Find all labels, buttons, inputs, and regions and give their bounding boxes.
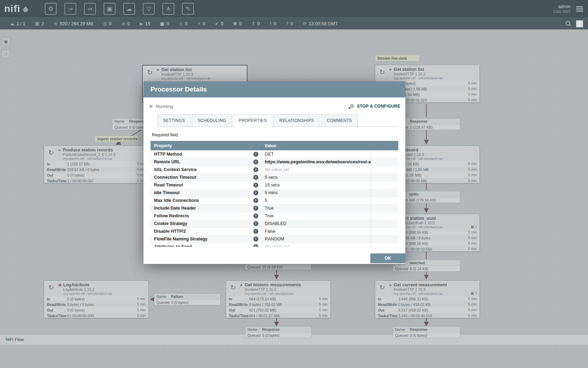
help-icon[interactable]: ? (253, 175, 258, 180)
processor-log-attribute[interactable]: ↻■LogAttributeLogAttribute 1.16.3org.apa… (44, 280, 149, 318)
tab-scheduling[interactable]: SCHEDULING (192, 114, 232, 127)
help-icon[interactable]: ? (253, 206, 258, 211)
property-row: Idle Timeout?5 mins (150, 189, 398, 197)
property-name: Include Date Header (154, 206, 196, 211)
tab-settings[interactable]: SETTINGS (158, 114, 190, 127)
help-icon[interactable]: ? (253, 152, 258, 157)
process-group-tool[interactable]: ▣ (104, 3, 115, 15)
ok-button[interactable]: OK (370, 253, 405, 263)
logout-link[interactable]: LOG OUT (553, 10, 570, 14)
label-ingest-station-records[interactable]: Ingest station records (95, 136, 138, 142)
property-value[interactable]: 5 (265, 198, 267, 203)
output-port-tool[interactable]: ⇒ (84, 3, 96, 15)
help-icon[interactable]: ? (253, 183, 258, 188)
label-tool[interactable]: ✎ (182, 3, 194, 15)
processor-name: Get current measurement (394, 282, 447, 287)
property-row: Disable HTTP/2?False (150, 227, 398, 235)
stat-value: 1 / 00:00:00.067 (67, 178, 137, 183)
status-disabled-count: 0 (203, 21, 205, 26)
processor-produce-station-records[interactable]: ↻▶Produce station recordsPublishKafkaRec… (44, 145, 149, 183)
stat-value: 3,449 / 00:00:02.659 (398, 246, 468, 252)
processor-get-current-measurement[interactable]: ↻▶Get current measurementInvokeHTTP 1.16… (375, 280, 480, 318)
stat-value: 3,440 / 00:02:40.913 (398, 313, 468, 318)
template-tool[interactable]: ⋔ (162, 3, 174, 15)
queued-icon: ≡ (54, 21, 58, 26)
connection-label-response-bottom-center[interactable]: NameResponseQueued0 (0 bytes) (245, 326, 312, 338)
property-value[interactable]: True (265, 213, 274, 218)
help-icon[interactable]: ? (253, 213, 258, 218)
input-port-icon: → (68, 5, 73, 12)
status-stale: ↑0 (251, 21, 260, 26)
property-value[interactable]: https://www.pegelonline.wsv.de/webservic… (265, 159, 371, 164)
property-name: Attributes to Send (154, 244, 192, 247)
property-value[interactable]: 5 secs (265, 175, 278, 180)
help-icon[interactable]: ? (253, 244, 258, 247)
processor-get-historic-measurements[interactable]: ↻▶Get historic measurementsInvokeHTTP 1.… (226, 280, 331, 318)
global-menu-button[interactable] (576, 6, 583, 12)
stat-row: In664 (173.24 KB)5 min (226, 296, 330, 302)
status-invalid: ⚠0 (179, 21, 188, 26)
component-toolbar: ⚙→⇒▣☁▽⋔✎ (45, 3, 194, 15)
breadcrumb-root[interactable]: NiFi Flow (6, 337, 24, 342)
stat-value: 15 / 00:00:01.020 (398, 97, 468, 103)
stat-row: In1 (228.57 KB)5 min (44, 161, 148, 167)
connection-queued: 0 (0 bytes) (262, 333, 280, 338)
stale-icon: ↑ (251, 21, 255, 26)
remote-process-group-tool[interactable]: ☁ (123, 3, 135, 15)
property-value[interactable]: True (265, 206, 274, 211)
property-value[interactable]: DISABLED (265, 221, 287, 226)
stat-value: 664 / 00:01:57.986 (249, 313, 319, 318)
property-value[interactable]: No value set (265, 167, 289, 172)
label-stream-live-data[interactable]: Stream live-data (375, 55, 420, 61)
stat-row: Read/Write228.57 KB / 0 bytes5 min (44, 167, 148, 172)
connection-label-response-bottom-right[interactable]: NameResponseQueued0 (0 bytes) (393, 326, 460, 338)
status-sync-failure-count: 0 (290, 21, 293, 26)
running-icon: ▶ (240, 283, 243, 295)
tab-properties[interactable]: PROPERTIES (233, 114, 272, 127)
help-icon[interactable]: ? (253, 221, 258, 226)
property-value[interactable]: 15 secs (265, 183, 280, 188)
property-value[interactable]: GET (265, 152, 274, 157)
processor-bundle: org.apache.nifi - nifi-standard-nar (63, 292, 112, 295)
not-transmitting-icon: ⊘ (121, 21, 125, 26)
status-modified-and-stale-count: 0 (274, 21, 276, 26)
property-value[interactable]: False (265, 229, 276, 234)
status-stale-count: 0 (257, 21, 260, 26)
help-icon[interactable]: ? (253, 167, 258, 172)
property-value[interactable]: 5 mins (265, 190, 278, 195)
property-value[interactable]: No value set (265, 244, 289, 247)
output-port-icon: ⇒ (88, 5, 92, 12)
property-value[interactable]: RANDOM (265, 237, 285, 241)
tab-relationships[interactable]: RELATIONSHIPS (274, 114, 320, 127)
funnel-icon: ▽ (146, 5, 151, 12)
connection-queued: 685 (178.56 KB) (409, 198, 436, 202)
status-sync-failure: ?0 (286, 21, 293, 26)
help-icon[interactable]: ? (253, 229, 258, 234)
stat-value: 621 (703.02 MB) (249, 307, 319, 313)
connection-label-failure[interactable]: NameFailureQueued0 (0 bytes) (154, 293, 220, 305)
stat-value: 0 bytes / 0 bytes (67, 302, 137, 307)
help-icon[interactable]: ? (253, 198, 258, 203)
property-column-header: Property (150, 141, 261, 150)
stat-value: 664 (173.24 KB) (249, 296, 319, 302)
stat-value: 15 (1.56 MB) (398, 92, 468, 97)
input-port-tool[interactable]: → (64, 3, 76, 15)
stop-and-configure-button[interactable]: ⚙ STOP & CONFIGURE (350, 104, 400, 109)
help-icon[interactable]: ? (253, 159, 258, 164)
funnel-tool[interactable]: ▽ (143, 3, 155, 15)
stop-configure-label: STOP & CONFIGURE (357, 104, 400, 109)
tab-comments[interactable]: COMMENTS (321, 114, 357, 127)
refresh-icon[interactable]: ⟳ (303, 21, 307, 26)
operate-palette-button[interactable]: ☝ (1, 50, 10, 59)
property-name: FlowFile Naming Strategy (154, 237, 208, 241)
status-running: ▶15 (140, 21, 150, 26)
processor-bundle: org.apache.nifi - nifi-standard-nar (245, 292, 301, 295)
processor-tool[interactable]: ⚙ (45, 3, 57, 15)
search-icon[interactable] (565, 21, 571, 27)
status-refresh[interactable]: ⟳13:00:58 GMT (303, 21, 338, 26)
stat-value: 3,440 (896.31 KB) (398, 296, 468, 302)
help-icon[interactable]: ? (253, 237, 258, 241)
navigate-palette-button[interactable]: ◉ (1, 37, 10, 46)
help-icon[interactable]: ? (253, 190, 258, 195)
status-square-button[interactable] (576, 20, 583, 27)
